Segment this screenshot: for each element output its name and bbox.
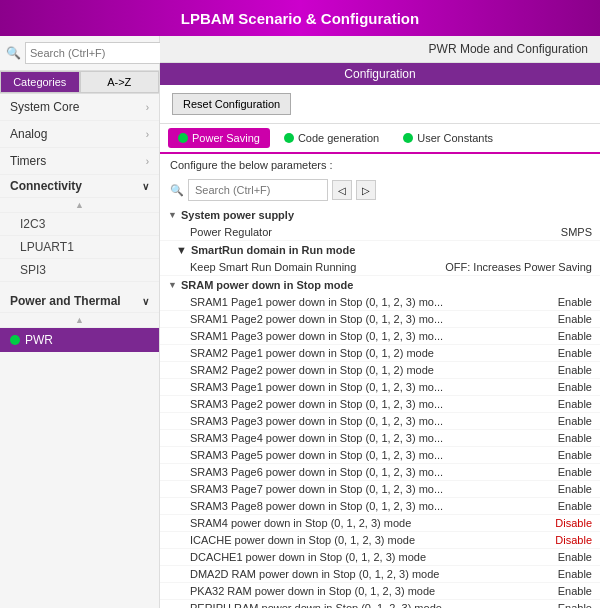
chevron-right-icon: ›: [146, 129, 149, 140]
tree-item[interactable]: ICACHE power down in Stop (0, 1, 2, 3) m…: [160, 532, 600, 549]
tree-item[interactable]: SRAM4 power down in Stop (0, 1, 2, 3) mo…: [160, 515, 600, 532]
tree-item[interactable]: SRAM3 Page4 power down in Stop (0, 1, 2,…: [160, 430, 600, 447]
sidebar-tabs: Categories A->Z: [0, 71, 159, 94]
sidebar: 🔍 ⚙ Categories A->Z System Core › Analog: [0, 36, 160, 608]
tree-item[interactable]: SRAM3 Page1 power down in Stop (0, 1, 2,…: [160, 379, 600, 396]
tree-item[interactable]: SRAM2 Page2 power down in Stop (0, 1, 2)…: [160, 362, 600, 379]
tree-item[interactable]: SRAM3 Page2 power down in Stop (0, 1, 2,…: [160, 396, 600, 413]
reset-config-button[interactable]: Reset Configuration: [172, 93, 291, 115]
sidebar-section-power-thermal[interactable]: Power and Thermal ∨: [0, 290, 159, 313]
tree-item[interactable]: PERIPH RAM power down in Stop (0, 1, 2, …: [160, 600, 600, 608]
tab-power-saving[interactable]: Power Saving: [168, 128, 270, 148]
tab-dot-code: [284, 133, 294, 143]
sidebar-search-bar: 🔍 ⚙: [0, 36, 159, 71]
chevron-down-icon: ∨: [142, 181, 149, 192]
sidebar-item-analog[interactable]: Analog ›: [0, 121, 159, 148]
sidebar-selected-pwr[interactable]: PWR: [0, 328, 159, 352]
tree-item[interactable]: SRAM1 Page3 power down in Stop (0, 1, 2,…: [160, 328, 600, 345]
tree-search-input[interactable]: [188, 179, 328, 201]
tree-section[interactable]: ▼ SRAM power down in Stop mode: [160, 276, 600, 294]
sidebar-subitem-spi3[interactable]: SPI3: [0, 259, 159, 282]
chevron-right-icon: ›: [146, 156, 149, 167]
search-icon2: 🔍: [170, 184, 184, 197]
tree-item[interactable]: SRAM1 Page1 power down in Stop (0, 1, 2,…: [160, 294, 600, 311]
tab-code-generation[interactable]: Code generation: [274, 128, 389, 148]
app-root: LPBAM Scenario & Configuration 🔍 ⚙ Categ…: [0, 0, 600, 608]
tree-item[interactable]: Keep Smart Run Domain RunningOFF: Increa…: [160, 259, 600, 276]
tree-arrow: ▼: [168, 280, 177, 290]
sidebar-search-input[interactable]: [25, 42, 173, 64]
tree-arrow: ▼: [176, 244, 187, 256]
search-prev-btn[interactable]: ◁: [332, 180, 352, 200]
main-content: PWR Mode and Configuration Configuration…: [160, 36, 600, 608]
config-tree: ▼ System power supplyPower RegulatorSMPS…: [160, 204, 600, 608]
tree-item[interactable]: Power RegulatorSMPS: [160, 224, 600, 241]
pwr-status-dot: [10, 335, 20, 345]
search-icon: 🔍: [6, 46, 21, 60]
tree-item[interactable]: PKA32 RAM power down in Stop (0, 1, 2, 3…: [160, 583, 600, 600]
sidebar-subitem-i2c3[interactable]: I2C3: [0, 213, 159, 236]
reset-bar: Reset Configuration: [160, 85, 600, 124]
params-label: Configure the below parameters :: [160, 154, 600, 176]
sidebar-items-list: System Core › Analog › Timers › Connecti…: [0, 94, 159, 608]
app-header: LPBAM Scenario & Configuration: [0, 0, 600, 36]
tab-categories[interactable]: Categories: [0, 71, 80, 93]
scroll-up-icon2: ▲: [75, 315, 84, 325]
chevron-right-icon: ›: [146, 102, 149, 113]
tree-item[interactable]: SRAM1 Page2 power down in Stop (0, 1, 2,…: [160, 311, 600, 328]
tree-item[interactable]: SRAM3 Page8 power down in Stop (0, 1, 2,…: [160, 498, 600, 515]
main-header: PWR Mode and Configuration: [160, 36, 600, 63]
tree-search-bar: 🔍 ◁ ▷: [160, 176, 600, 204]
tab-user-constants[interactable]: User Constants: [393, 128, 503, 148]
tab-dot-power: [178, 133, 188, 143]
tree-item[interactable]: DCACHE1 power down in Stop (0, 1, 2, 3) …: [160, 549, 600, 566]
sidebar-section-connectivity[interactable]: Connectivity ∨: [0, 175, 159, 198]
sidebar-item-timers[interactable]: Timers ›: [0, 148, 159, 175]
tree-arrow: ▼: [168, 210, 177, 220]
app-title: LPBAM Scenario & Configuration: [181, 10, 419, 27]
sidebar-selected-label: PWR: [25, 333, 53, 347]
tree-item[interactable]: SRAM3 Page6 power down in Stop (0, 1, 2,…: [160, 464, 600, 481]
search-next-btn[interactable]: ▷: [356, 180, 376, 200]
tree-subsection[interactable]: ▼ SmartRun domain in Run mode: [160, 241, 600, 259]
config-bar: Configuration: [160, 63, 600, 85]
tree-item[interactable]: SRAM3 Page5 power down in Stop (0, 1, 2,…: [160, 447, 600, 464]
tabs-bar: Power Saving Code generation User Consta…: [160, 124, 600, 154]
tree-item[interactable]: SRAM3 Page7 power down in Stop (0, 1, 2,…: [160, 481, 600, 498]
tab-atoz[interactable]: A->Z: [80, 71, 160, 93]
sidebar-item-system-core[interactable]: System Core ›: [0, 94, 159, 121]
chevron-down-icon: ∨: [142, 296, 149, 307]
tree-item[interactable]: SRAM3 Page3 power down in Stop (0, 1, 2,…: [160, 413, 600, 430]
tree-item[interactable]: SRAM2 Page1 power down in Stop (0, 1, 2)…: [160, 345, 600, 362]
tree-section[interactable]: ▼ System power supply: [160, 206, 600, 224]
sidebar-subitem-lpuart1[interactable]: LPUART1: [0, 236, 159, 259]
scroll-up-icon: ▲: [75, 200, 84, 210]
tab-dot-user: [403, 133, 413, 143]
tree-item[interactable]: DMA2D RAM power down in Stop (0, 1, 2, 3…: [160, 566, 600, 583]
